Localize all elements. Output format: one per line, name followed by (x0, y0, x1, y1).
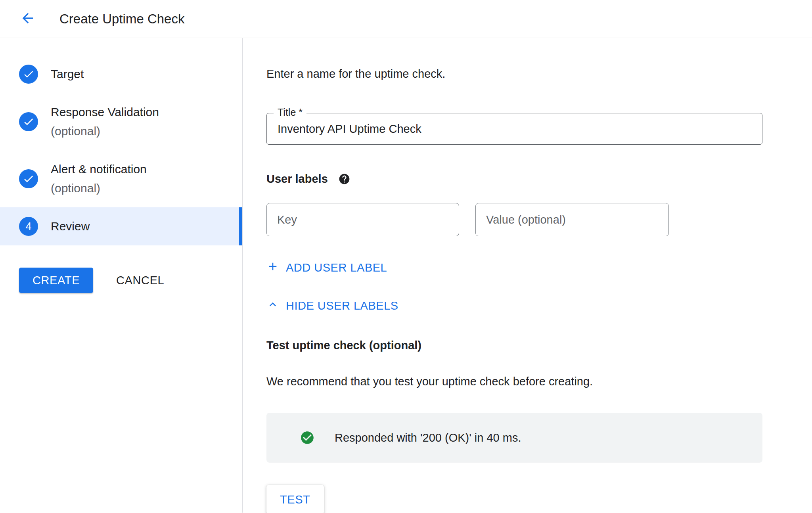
title-field-value: Inventory API Uptime Check (278, 123, 421, 136)
plus-icon (266, 260, 279, 276)
step-sublabel: (optional) (51, 122, 159, 141)
step-review[interactable]: 4 Review (0, 207, 242, 245)
page-header: Create Uptime Check (0, 0, 812, 38)
step-label: Alert & notification (51, 160, 147, 179)
active-step-indicator-bar (239, 207, 242, 245)
test-description: We recommend that you test your uptime c… (266, 375, 812, 388)
step-label: Target (51, 65, 84, 84)
test-uptime-heading: Test uptime check (optional) (266, 339, 812, 352)
back-arrow-icon (20, 10, 36, 28)
back-arrow-button[interactable] (17, 8, 39, 30)
label-key-input[interactable] (266, 203, 459, 236)
page-title: Create Uptime Check (59, 11, 184, 27)
sidebar-actions: CREATE CANCEL (0, 268, 242, 293)
success-check-circle-icon (300, 430, 315, 445)
step-label: Response Validation (51, 103, 159, 122)
title-field[interactable]: Title * Inventory API Uptime Check (266, 113, 762, 145)
test-button[interactable]: TEST (266, 485, 324, 513)
add-user-label-button[interactable]: ADD USER LABEL (266, 260, 387, 276)
test-result-banner: Responded with '200 (OK)' in 40 ms. (266, 413, 762, 463)
user-labels-heading: User labels (266, 172, 328, 186)
review-step-content: Enter a name for the uptime check. Title… (243, 38, 812, 513)
add-user-label-text: ADD USER LABEL (286, 261, 387, 274)
step-complete-check-icon (19, 65, 38, 84)
hide-user-labels-button[interactable]: HIDE USER LABELS (266, 298, 398, 314)
stepper-sidebar: Target Response Validation (optional) Al… (0, 38, 243, 513)
step-target[interactable]: Target (0, 55, 242, 93)
step-alert-notification[interactable]: Alert & notification (optional) (0, 150, 242, 207)
step-response-validation[interactable]: Response Validation (optional) (0, 93, 242, 150)
user-label-inputs (266, 203, 812, 236)
label-value-input[interactable] (475, 203, 669, 236)
intro-text: Enter a name for the uptime check. (266, 67, 812, 80)
step-complete-check-icon (19, 112, 38, 131)
step-number-badge: 4 (19, 217, 38, 236)
help-circle-icon[interactable] (338, 173, 350, 185)
title-field-label: Title * (274, 107, 306, 118)
user-labels-header: User labels (266, 172, 812, 186)
test-result-text: Responded with '200 (OK)' in 40 ms. (335, 431, 521, 444)
cancel-button[interactable]: CANCEL (116, 274, 164, 287)
step-complete-check-icon (19, 169, 38, 188)
create-button[interactable]: CREATE (19, 268, 93, 293)
create-uptime-check-page: Create Uptime Check Target Response Vali… (0, 0, 812, 513)
chevron-up-icon (266, 298, 279, 314)
step-label: Review (51, 217, 90, 236)
step-sublabel: (optional) (51, 179, 147, 198)
hide-user-labels-text: HIDE USER LABELS (286, 299, 398, 312)
